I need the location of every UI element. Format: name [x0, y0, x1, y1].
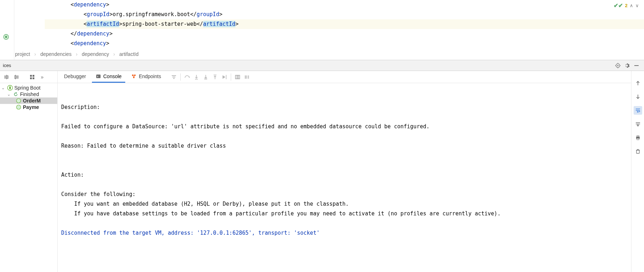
console-line-disconnect: Disconnected from the target VM, address…	[61, 228, 628, 238]
tab-debugger[interactable]: Debugger	[60, 71, 90, 83]
console-line: If you have database settings to be load…	[61, 209, 628, 219]
console-line	[61, 151, 628, 161]
console-line	[61, 161, 628, 170]
collapse-all-icon[interactable]	[12, 73, 21, 81]
scroll-down-icon[interactable]	[634, 92, 642, 101]
svg-point-1	[5, 36, 7, 38]
console-right-rail	[631, 71, 644, 272]
chevron-down-icon[interactable]: ⌄	[1, 86, 6, 90]
console-line	[61, 219, 628, 228]
tab-label: Console	[103, 73, 122, 79]
code-editor[interactable]: <dependency> <groupId>org.springframewor…	[14, 0, 644, 48]
spring-app-icon	[16, 104, 21, 110]
filter-icon[interactable]	[170, 73, 178, 81]
spring-app-icon	[16, 98, 21, 104]
minimize-icon[interactable]	[632, 61, 641, 70]
console-line	[61, 112, 628, 122]
breadcrumb: project›dependencies›dependency›artifact…	[15, 48, 138, 60]
console-actions	[170, 73, 251, 81]
grid-icon[interactable]	[28, 73, 36, 81]
tree-item-payment[interactable]: Payme	[0, 104, 57, 110]
console-line	[61, 132, 628, 141]
run-to-cursor-icon[interactable]	[220, 73, 229, 81]
editor-gutter	[0, 0, 14, 60]
gear-icon[interactable]	[623, 61, 632, 70]
tree-item-order[interactable]: OrderM	[0, 97, 57, 104]
svg-point-3	[617, 65, 618, 66]
services-panel-header: ices	[0, 60, 644, 71]
clear-all-icon[interactable]	[634, 147, 642, 156]
expand-all-icon[interactable]	[2, 73, 11, 81]
editor-annotations: ✔✔ 2 ∧ ∨	[614, 2, 639, 9]
breadcrumb-separator: ›	[113, 51, 115, 57]
prev-highlight-icon[interactable]: ∧	[630, 3, 633, 8]
tab-endpoints[interactable]: Endpoints	[127, 71, 165, 83]
svg-rect-22	[204, 78, 207, 78]
svg-rect-24	[226, 75, 227, 79]
svg-rect-16	[96, 75, 101, 78]
scroll-to-end-icon[interactable]	[634, 120, 642, 128]
tab-label: Endpoints	[139, 73, 161, 79]
console-line: Failed to configure a DataSource: 'url' …	[61, 122, 628, 132]
tree-node-finished[interactable]: ⌄ Finished	[0, 91, 57, 97]
console-line: Action:	[61, 170, 628, 180]
console-line	[61, 180, 628, 190]
inspection-ok-icon[interactable]: ✔✔	[614, 2, 623, 9]
next-highlight-icon[interactable]: ∨	[635, 3, 639, 8]
divider	[231, 73, 231, 81]
breadcrumb-item[interactable]: dependency	[82, 51, 109, 57]
console-icon	[96, 73, 101, 79]
tree-label: Finished	[20, 91, 39, 97]
breadcrumb-item[interactable]: artifactId	[119, 51, 139, 57]
tree-toolbar: »	[0, 71, 57, 83]
svg-rect-8	[634, 65, 639, 66]
console-line: Reason: Failed to determine a suitable d…	[61, 141, 628, 151]
step-into-icon[interactable]	[192, 73, 201, 81]
svg-rect-23	[214, 75, 216, 75]
svg-rect-21	[204, 79, 207, 80]
svg-rect-12	[33, 77, 34, 79]
chevron-down-icon[interactable]: ⌄	[7, 92, 11, 97]
tree-node-spring-boot[interactable]: ⌄ Spring Boot	[0, 85, 57, 91]
spring-boot-icon	[7, 85, 13, 91]
console-line: If you want an embedded database (H2, HS…	[61, 199, 628, 209]
svg-point-15	[16, 105, 21, 109]
breadcrumb-item[interactable]: project	[15, 51, 30, 57]
warning-count[interactable]: 2	[625, 3, 628, 8]
force-step-into-icon[interactable]	[201, 73, 210, 81]
svg-point-14	[16, 99, 21, 103]
breadcrumb-item[interactable]: dependencies	[40, 51, 72, 57]
tab-console[interactable]: Console	[92, 71, 125, 83]
target-icon[interactable]	[613, 61, 623, 70]
breadcrumb-separator: ›	[76, 51, 78, 57]
more-icon[interactable]: »	[38, 73, 47, 81]
soft-wrap-icon[interactable]	[634, 106, 642, 115]
endpoints-icon	[131, 73, 137, 79]
svg-rect-28	[637, 138, 639, 140]
print-icon[interactable]	[634, 133, 642, 142]
tree-label: Spring Boot	[14, 85, 40, 91]
svg-rect-20	[195, 79, 198, 80]
console-line: Consider the following:	[61, 190, 628, 199]
tree-label: OrderM	[23, 98, 41, 104]
breadcrumb-separator: ›	[34, 51, 36, 57]
step-out-icon[interactable]	[211, 73, 219, 81]
svg-rect-10	[33, 75, 34, 77]
gutter-bean-icon[interactable]	[2, 33, 10, 41]
trace-icon[interactable]	[243, 73, 251, 81]
step-over-icon[interactable]	[183, 73, 191, 81]
evaluate-expression-icon[interactable]	[233, 73, 242, 81]
console-output[interactable]: Description: Failed to configure a DataS…	[58, 83, 631, 272]
svg-rect-11	[30, 77, 32, 79]
scroll-up-icon[interactable]	[634, 79, 642, 87]
console-line: Description:	[61, 102, 628, 112]
divider	[180, 73, 181, 81]
services-tree-panel: » ⌄ Spring Boot ⌄ Finished OrderM Payme	[0, 71, 57, 272]
tree-label: Payme	[23, 104, 39, 110]
services-title: ices	[3, 63, 11, 68]
services-tree[interactable]: ⌄ Spring Boot ⌄ Finished OrderM Payme	[0, 83, 57, 112]
svg-rect-9	[30, 75, 32, 77]
toolwindow-tabbar: Debugger Console Endpoints	[58, 71, 631, 83]
rerun-icon	[13, 91, 19, 97]
toolwindow-content: Debugger Console Endpoints	[57, 71, 631, 272]
